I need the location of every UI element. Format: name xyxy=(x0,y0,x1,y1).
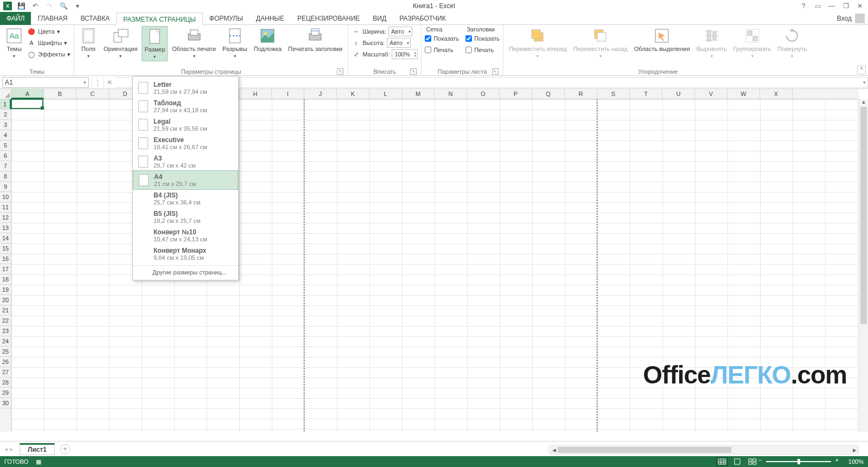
col-header-L[interactable]: L xyxy=(369,89,402,99)
ribbon-display-button[interactable]: ▭ xyxy=(813,1,822,11)
active-cell[interactable] xyxy=(11,99,43,109)
sheet-nav[interactable]: ◂▸ xyxy=(0,445,17,453)
orientation-button[interactable]: Ориентация▾ xyxy=(101,26,139,60)
effects-button[interactable]: ◯Эффекты ▾ xyxy=(27,49,71,60)
col-header-O[interactable]: O xyxy=(467,89,500,99)
row-header-19[interactable]: 19 xyxy=(0,285,11,295)
print-area-button[interactable]: Область печати▾ xyxy=(170,26,218,60)
select-all-button[interactable] xyxy=(0,89,11,99)
row-header-18[interactable]: 18 xyxy=(0,274,11,285)
size-option-a3[interactable]: A329,7 см x 42 см xyxy=(133,152,238,171)
row-header-4[interactable]: 4 xyxy=(0,130,11,140)
row-header-20[interactable]: 20 xyxy=(0,295,11,305)
row-header-9[interactable]: 9 xyxy=(0,182,11,192)
row-header-15[interactable]: 15 xyxy=(0,244,11,254)
row-header-29[interactable]: 29 xyxy=(0,388,11,398)
col-header-T[interactable]: T xyxy=(630,89,662,99)
tab-developer[interactable]: РАЗРАБОТЧИК xyxy=(393,12,452,25)
collapse-ribbon-button[interactable]: ^ xyxy=(857,66,866,74)
close-button[interactable]: ✕ xyxy=(855,1,865,11)
row-header-26[interactable]: 26 xyxy=(0,357,11,367)
macro-record-icon[interactable]: ▦ xyxy=(36,458,41,465)
height-combo[interactable]: Авто xyxy=(387,38,411,48)
row-header-24[interactable]: 24 xyxy=(0,336,11,347)
row-header-22[interactable]: 22 xyxy=(0,316,11,326)
breaks-button[interactable]: Разрывы▾ xyxy=(220,26,250,60)
row-header-17[interactable]: 17 xyxy=(0,264,11,274)
cancel-x-button[interactable]: ✕ xyxy=(103,77,115,88)
col-header-J[interactable]: J xyxy=(304,89,337,99)
col-header-H[interactable]: H xyxy=(239,89,272,99)
user-avatar-icon[interactable] xyxy=(855,14,865,23)
row-header-14[interactable]: 14 xyxy=(0,233,11,244)
save-button[interactable]: 💾 xyxy=(16,1,26,11)
row-header-16[interactable]: 16 xyxy=(0,254,11,264)
restore-button[interactable]: ❐ xyxy=(841,1,851,11)
more-paper-sizes[interactable]: Другие размеры страниц... xyxy=(133,265,238,278)
name-box[interactable]: A1 xyxy=(2,77,89,88)
row-header-2[interactable]: 2 xyxy=(0,110,11,120)
col-header-R[interactable]: R xyxy=(565,89,597,99)
tab-review[interactable]: РЕЦЕНЗИРОВАНИЕ xyxy=(291,12,366,25)
row-headers[interactable]: 1234567891011121314151617181920212223242… xyxy=(0,99,11,432)
sheet-tab-splitter[interactable]: ⋮ xyxy=(545,446,548,454)
fit-launcher[interactable]: ⤡ xyxy=(410,68,417,75)
sheet-tab-1[interactable]: Лист1 xyxy=(20,443,55,455)
col-header-C[interactable]: C xyxy=(76,89,109,99)
expand-formula-bar-button[interactable]: ▾ xyxy=(863,80,866,85)
row-header-8[interactable]: 8 xyxy=(0,171,11,182)
col-header-I[interactable]: I xyxy=(272,89,304,99)
page-layout-view-button[interactable] xyxy=(731,457,743,466)
row-header-11[interactable]: 11 xyxy=(0,202,11,213)
print-preview-button[interactable]: 🔍 xyxy=(59,1,68,11)
head-view-checkbox[interactable]: Показать xyxy=(465,33,500,44)
fonts-button[interactable]: AШрифты ▾ xyxy=(27,37,71,48)
row-header-3[interactable]: 3 xyxy=(0,120,11,130)
page-break-view-button[interactable] xyxy=(746,457,758,466)
page-setup-launcher[interactable]: ⤡ xyxy=(337,68,343,75)
sheet-options-launcher[interactable]: ⤡ xyxy=(492,68,499,75)
size-option-таблоид[interactable]: Таблоид27,94 см x 43,18 см xyxy=(133,97,238,116)
background-button[interactable]: Подложка xyxy=(252,26,284,54)
colors-button[interactable]: 🔴Цвета ▾ xyxy=(27,26,71,37)
redo-button[interactable]: ↷ xyxy=(44,1,54,11)
normal-view-button[interactable] xyxy=(716,457,728,466)
tab-formulas[interactable]: ФОРМУЛЫ xyxy=(203,12,250,25)
size-option-letter[interactable]: Letter21,59 см x 27,94 см xyxy=(133,79,238,97)
row-header-7[interactable]: 7 xyxy=(0,161,11,171)
margins-button[interactable]: Поля▾ xyxy=(78,26,99,60)
size-button[interactable]: Размер▾ xyxy=(142,26,168,61)
grid-print-checkbox[interactable]: Печать xyxy=(425,44,459,55)
scale-spinner[interactable]: 100% xyxy=(392,49,418,59)
tab-data[interactable]: ДАННЫЕ xyxy=(250,12,291,25)
size-option-b4-jis-[interactable]: B4 (JIS)25,7 см x 36,4 см xyxy=(133,189,238,208)
row-header-5[interactable]: 5 xyxy=(0,140,11,151)
add-sheet-button[interactable]: + xyxy=(60,444,70,454)
col-header-V[interactable]: V xyxy=(695,89,727,99)
vertical-scrollbar[interactable]: ▲ xyxy=(859,99,868,432)
size-option-конверт-монарх[interactable]: Конверт Монарх9,84 см x 19,05 см xyxy=(133,245,238,263)
selection-pane-button[interactable]: Область выделения xyxy=(632,26,692,54)
themes-button[interactable]: Aa Темы ▾ xyxy=(3,26,25,60)
tab-view[interactable]: ВИД xyxy=(366,12,393,25)
col-header-Q[interactable]: Q xyxy=(532,89,565,99)
size-option-конверт-10[interactable]: Конверт №1010,47 см x 24,13 см xyxy=(133,226,238,245)
row-header-1[interactable]: 1 xyxy=(0,99,11,110)
col-header-U[interactable]: U xyxy=(662,89,695,99)
row-header-21[interactable]: 21 xyxy=(0,305,11,316)
col-header-B[interactable]: B xyxy=(44,89,76,99)
row-header-25[interactable]: 25 xyxy=(0,347,11,357)
size-option-a4[interactable]: A421 см x 29,7 см xyxy=(133,170,238,190)
col-header-A[interactable]: A xyxy=(11,89,44,99)
row-header-10[interactable]: 10 xyxy=(0,192,11,202)
tab-file[interactable]: ФАЙЛ xyxy=(0,12,31,25)
col-header-W[interactable]: W xyxy=(727,89,760,99)
row-header-6[interactable]: 6 xyxy=(0,151,11,161)
col-header-N[interactable]: N xyxy=(435,89,467,99)
cancel-formula-button[interactable]: ⋮ xyxy=(91,77,103,88)
head-print-checkbox[interactable]: Печать xyxy=(465,44,500,55)
row-header-23[interactable]: 23 xyxy=(0,326,11,336)
minimize-button[interactable]: — xyxy=(827,1,837,11)
horizontal-scrollbar[interactable]: ◀▶ xyxy=(550,445,859,455)
width-combo[interactable]: Авто xyxy=(388,27,412,36)
